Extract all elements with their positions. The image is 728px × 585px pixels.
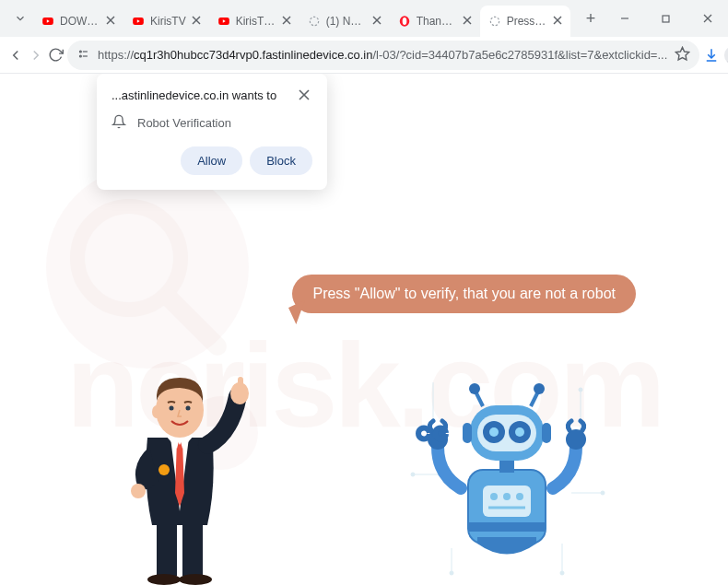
tab-4[interactable]: Thanks fo xyxy=(390,6,480,37)
svg-point-34 xyxy=(77,206,181,310)
profile-button[interactable] xyxy=(723,41,728,70)
speech-bubble: Press "Allow" to verify, that you are no… xyxy=(292,275,636,313)
tab-5[interactable]: Press "All xyxy=(480,6,570,37)
minimize-button[interactable] xyxy=(604,0,645,37)
block-button[interactable]: Block xyxy=(250,146,312,175)
page-content: ncrisk.com ...astinlinedevice.co.in want… xyxy=(0,74,728,585)
svg-point-67 xyxy=(490,493,498,500)
svg-point-78 xyxy=(515,427,524,437)
svg-point-49 xyxy=(186,406,191,411)
svg-point-53 xyxy=(579,388,582,392)
tab-strip: DOWNLOADKirisTVKirisTV D(1) New MThanks … xyxy=(33,0,578,37)
site-info-icon[interactable] xyxy=(76,47,90,64)
tab-close-icon[interactable] xyxy=(462,15,475,28)
svg-rect-20 xyxy=(663,16,669,22)
svg-point-80 xyxy=(469,383,480,394)
svg-point-13 xyxy=(402,18,406,25)
tab-label: Thanks fo xyxy=(417,15,457,28)
svg-point-61 xyxy=(560,571,564,575)
tab-favicon xyxy=(397,14,412,29)
browser-toolbar: https://cq1r3h0hubcc73d4rvp0.fastinlined… xyxy=(0,37,728,74)
svg-rect-39 xyxy=(182,521,203,576)
svg-point-48 xyxy=(170,406,174,411)
window-controls xyxy=(604,0,728,37)
svg-marker-27 xyxy=(676,47,689,59)
svg-point-41 xyxy=(179,574,212,585)
svg-point-69 xyxy=(516,493,523,500)
tab-2[interactable]: KirisTV D xyxy=(209,6,299,37)
permission-close-button[interactable] xyxy=(298,88,312,103)
permission-title: ...astinlinedevice.co.in wants to xyxy=(112,88,276,102)
svg-point-25 xyxy=(79,55,81,57)
tab-0[interactable]: DOWNLOAD xyxy=(33,6,123,37)
svg-point-57 xyxy=(601,491,605,495)
businessman-illustration xyxy=(92,327,267,585)
tabs-dropdown-button[interactable] xyxy=(7,0,33,37)
svg-point-16 xyxy=(490,17,499,25)
tab-label: DOWNLOAD xyxy=(60,15,100,28)
tab-close-icon[interactable] xyxy=(371,15,384,28)
svg-rect-44 xyxy=(238,377,243,392)
svg-point-82 xyxy=(534,383,545,394)
tab-3[interactable]: (1) New M xyxy=(299,6,390,37)
tab-1[interactable]: KirisTV xyxy=(123,6,209,37)
reload-button[interactable] xyxy=(48,41,64,70)
svg-rect-84 xyxy=(542,423,551,443)
tab-close-icon[interactable] xyxy=(552,15,565,28)
permission-dialog: ...astinlinedevice.co.in wants to Robot … xyxy=(97,74,327,190)
downloads-button[interactable] xyxy=(703,41,720,70)
tab-label: Press "All xyxy=(507,15,547,28)
allow-button[interactable]: Allow xyxy=(181,146,242,175)
svg-point-29 xyxy=(724,45,728,64)
tab-favicon xyxy=(41,14,55,29)
illustration-area xyxy=(0,318,728,585)
url-text: https://cq1r3h0hubcc73d4rvp0.fastinlined… xyxy=(98,48,667,62)
svg-point-77 xyxy=(489,427,499,437)
back-button[interactable] xyxy=(7,41,24,70)
tab-favicon xyxy=(217,14,231,29)
svg-rect-38 xyxy=(157,521,177,576)
svg-point-42 xyxy=(159,464,170,475)
tab-favicon xyxy=(131,14,146,29)
tab-label: KirisTV xyxy=(150,15,186,28)
tab-favicon xyxy=(487,14,502,29)
svg-point-45 xyxy=(131,484,146,498)
svg-point-9 xyxy=(310,17,318,25)
tab-label: KirisTV D xyxy=(236,15,276,28)
close-window-button[interactable] xyxy=(687,0,728,37)
address-bar[interactable]: https://cq1r3h0hubcc73d4rvp0.fastinlined… xyxy=(67,41,699,70)
svg-point-23 xyxy=(79,51,81,53)
svg-point-40 xyxy=(147,574,181,585)
maximize-button[interactable] xyxy=(645,0,687,37)
browser-titlebar: DOWNLOADKirisTVKirisTV D(1) New MThanks … xyxy=(0,0,728,37)
tab-favicon xyxy=(307,14,322,29)
svg-point-47 xyxy=(152,405,161,418)
tab-close-icon[interactable] xyxy=(281,15,294,28)
svg-point-68 xyxy=(503,493,511,500)
bookmark-star-icon[interactable] xyxy=(675,46,690,64)
tab-close-icon[interactable] xyxy=(105,15,118,28)
tab-close-icon[interactable] xyxy=(191,15,204,28)
permission-item-label: Robot Verification xyxy=(137,116,231,130)
new-tab-button[interactable]: + xyxy=(578,0,604,37)
svg-point-55 xyxy=(411,473,415,476)
forward-button[interactable] xyxy=(28,41,44,70)
svg-rect-83 xyxy=(463,423,472,443)
robot-illustration xyxy=(405,364,608,576)
svg-point-59 xyxy=(450,571,453,575)
tab-label: (1) New M xyxy=(326,15,367,28)
bell-icon xyxy=(112,114,126,132)
svg-rect-71 xyxy=(468,522,546,532)
svg-rect-66 xyxy=(483,486,531,517)
